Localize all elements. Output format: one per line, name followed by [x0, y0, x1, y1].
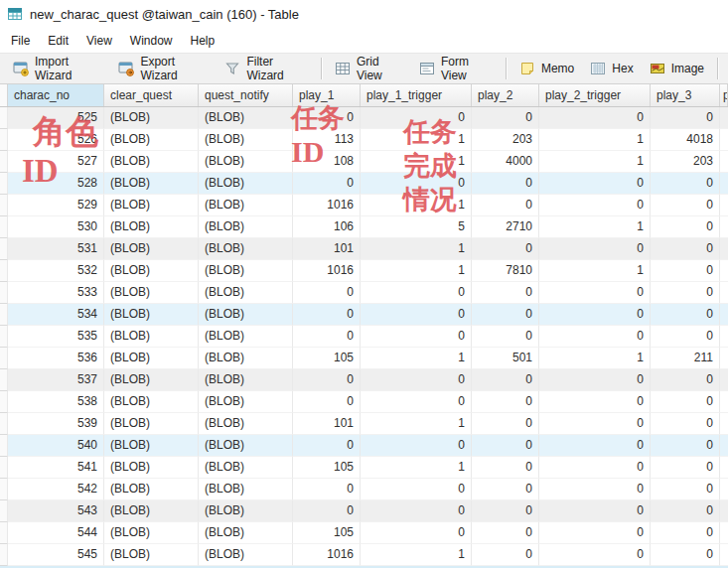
table-row[interactable]: 526(BLOB)(BLOB)113120314018 [0, 129, 728, 151]
cell-quest_notify[interactable]: (BLOB) [199, 369, 293, 391]
cell-quest_notify[interactable]: (BLOB) [199, 151, 293, 173]
cell-play_2_trigger[interactable]: 0 [539, 413, 651, 435]
cell-play_1[interactable]: 1016 [293, 260, 361, 282]
cell-charac_no[interactable]: 538 [8, 391, 104, 413]
cell-charac_no[interactable]: 536 [8, 348, 104, 369]
cell-play_2[interactable]: 0 [472, 369, 539, 391]
cell-clear_quest[interactable]: (BLOB) [104, 282, 199, 304]
cell-play_1_trigger[interactable]: 1 [361, 544, 472, 566]
cell-p[interactable] [720, 369, 728, 391]
table-row[interactable]: 527(BLOB)(BLOB)108140001203 [0, 151, 728, 173]
table-row[interactable]: 525(BLOB)(BLOB)00000 [0, 107, 728, 129]
cell-play_2[interactable]: 203 [472, 129, 539, 151]
cell-p[interactable] [720, 544, 728, 566]
cell-play_2[interactable]: 0 [472, 195, 539, 216]
cell-play_1_trigger[interactable]: 0 [361, 522, 472, 544]
table-row[interactable]: 541(BLOB)(BLOB)1051000 [0, 457, 728, 479]
cell-quest_notify[interactable]: (BLOB) [199, 544, 293, 566]
cell-play_3[interactable]: 0 [651, 107, 720, 129]
cell-play_1[interactable]: 0 [293, 391, 361, 413]
table-row[interactable]: 529(BLOB)(BLOB)10161000 [0, 195, 728, 216]
cell-clear_quest[interactable]: (BLOB) [104, 522, 199, 544]
cell-play_2_trigger[interactable]: 0 [539, 282, 651, 304]
cell-play_1_trigger[interactable]: 0 [361, 304, 472, 326]
cell-play_2[interactable]: 0 [472, 282, 539, 304]
cell-charac_no[interactable]: 540 [8, 435, 104, 457]
cell-quest_notify[interactable]: (BLOB) [199, 216, 293, 238]
cell-play_2[interactable]: 501 [472, 348, 539, 369]
cell-p[interactable] [720, 435, 728, 457]
cell-p[interactable] [720, 413, 728, 435]
cell-play_2[interactable]: 7810 [472, 260, 539, 282]
cell-play_2[interactable]: 0 [472, 479, 539, 500]
cell-play_2[interactable]: 4000 [472, 151, 539, 173]
cell-clear_quest[interactable]: (BLOB) [104, 348, 199, 369]
memo-button[interactable]: Memo [511, 57, 582, 80]
cell-play_1[interactable]: 0 [293, 326, 361, 348]
cell-play_1[interactable]: 105 [293, 348, 361, 369]
cell-play_2[interactable]: 0 [472, 107, 539, 129]
cell-charac_no[interactable]: 531 [8, 238, 104, 260]
cell-charac_no[interactable]: 528 [8, 173, 104, 195]
cell-clear_quest[interactable]: (BLOB) [104, 500, 199, 522]
cell-play_3[interactable]: 0 [651, 173, 720, 195]
table-row[interactable]: 538(BLOB)(BLOB)00000 [0, 391, 728, 413]
cell-play_1_trigger[interactable]: 0 [361, 173, 472, 195]
table-row[interactable]: 532(BLOB)(BLOB)10161781010 [0, 260, 728, 282]
table-row[interactable]: 535(BLOB)(BLOB)00000 [0, 326, 728, 348]
table-row[interactable]: 531(BLOB)(BLOB)1011000 [0, 238, 728, 260]
cell-quest_notify[interactable]: (BLOB) [199, 260, 293, 282]
cell-play_3[interactable]: 0 [651, 457, 720, 479]
cell-play_3[interactable]: 0 [651, 413, 720, 435]
cell-play_1[interactable]: 0 [293, 500, 361, 522]
cell-p[interactable] [720, 107, 728, 129]
cell-quest_notify[interactable]: (BLOB) [199, 413, 293, 435]
column-header-quest_notify[interactable]: quest_notify [199, 84, 293, 106]
cell-play_1[interactable]: 105 [293, 522, 361, 544]
cell-play_2_trigger[interactable]: 0 [539, 544, 651, 566]
cell-charac_no[interactable]: 537 [8, 369, 104, 391]
cell-play_2_trigger[interactable]: 0 [539, 435, 651, 457]
cell-play_1[interactable]: 0 [293, 479, 361, 500]
cell-play_1_trigger[interactable]: 1 [361, 260, 472, 282]
cell-p[interactable] [720, 522, 728, 544]
cell-play_1_trigger[interactable]: 0 [361, 479, 472, 500]
cell-play_1[interactable]: 108 [293, 151, 361, 173]
cell-charac_no[interactable]: 530 [8, 216, 104, 238]
cell-play_2[interactable]: 0 [472, 522, 539, 544]
grid-view-button[interactable]: Grid View [327, 51, 411, 86]
form-view-button[interactable]: Form View [411, 51, 501, 86]
menu-file[interactable]: File [2, 29, 39, 53]
cell-play_2[interactable]: 0 [472, 500, 539, 522]
cell-quest_notify[interactable]: (BLOB) [199, 348, 293, 369]
cell-quest_notify[interactable]: (BLOB) [199, 195, 293, 216]
cell-clear_quest[interactable]: (BLOB) [104, 107, 199, 129]
cell-charac_no[interactable]: 543 [8, 500, 104, 522]
cell-play_1[interactable]: 1016 [293, 544, 361, 566]
menu-view[interactable]: View [77, 29, 121, 53]
cell-play_2[interactable]: 0 [472, 544, 539, 566]
menu-window[interactable]: Window [121, 29, 182, 53]
cell-play_1[interactable]: 101 [293, 413, 361, 435]
table-row[interactable]: 545(BLOB)(BLOB)10161000 [0, 544, 728, 566]
cell-play_2_trigger[interactable]: 1 [539, 260, 651, 282]
cell-play_1[interactable]: 0 [293, 304, 361, 326]
cell-clear_quest[interactable]: (BLOB) [104, 129, 199, 151]
cell-play_3[interactable]: 4018 [651, 129, 720, 151]
cell-play_2_trigger[interactable]: 0 [539, 238, 651, 260]
cell-play_3[interactable]: 0 [651, 195, 720, 216]
cell-play_1[interactable]: 101 [293, 238, 361, 260]
column-header-play_3[interactable]: play_3 [651, 84, 720, 106]
cell-quest_notify[interactable]: (BLOB) [199, 107, 293, 129]
cell-play_2[interactable]: 0 [472, 304, 539, 326]
import-wizard-button[interactable]: Import Wizard [5, 51, 110, 86]
cell-charac_no[interactable]: 525 [8, 107, 104, 129]
menu-edit[interactable]: Edit [39, 29, 77, 53]
cell-quest_notify[interactable]: (BLOB) [199, 173, 293, 195]
cell-play_2[interactable]: 0 [472, 391, 539, 413]
cell-play_1[interactable]: 0 [293, 369, 361, 391]
cell-play_1_trigger[interactable]: 0 [361, 282, 472, 304]
cell-clear_quest[interactable]: (BLOB) [104, 173, 199, 195]
cell-play_1[interactable]: 113 [293, 129, 361, 151]
cell-quest_notify[interactable]: (BLOB) [199, 282, 293, 304]
